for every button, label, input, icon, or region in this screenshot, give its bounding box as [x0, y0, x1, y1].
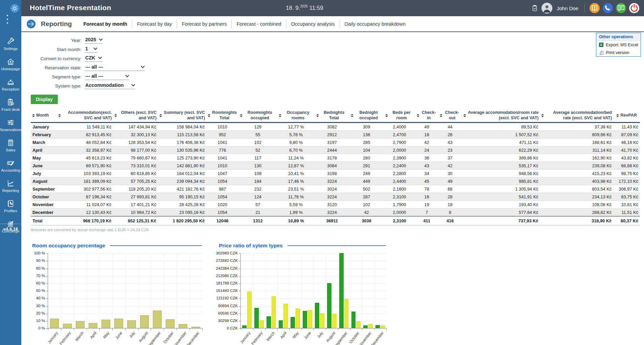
tasks-clipboard-icon[interactable] — [531, 4, 538, 12]
sidebar-item-reception[interactable]: Reception — [0, 74, 21, 95]
col-header-bednight-occupied[interactable]: Bednight occupied — [349, 109, 384, 123]
value-cell: 288,82 Kč — [540, 208, 613, 217]
col-header-accommodation-excl-svc-and-vat[interactable]: Accommodation(excl. SVC and VAT) — [57, 109, 113, 123]
select-start-month[interactable]: 1 — [85, 46, 97, 53]
bar-march — [76, 321, 84, 328]
tab-forecast-by-partners[interactable]: Forecast by partners — [177, 19, 231, 28]
total-cell: 968 170,19 Kč — [57, 216, 113, 225]
ops-item-export-ms-excel[interactable]: Export: MS Excel — [596, 41, 641, 49]
x-axis-labels: JanuaryFebruaryMarchAprilMayJuneJulyAugu… — [48, 328, 202, 345]
value-cell: 68 — [438, 185, 462, 193]
value-cell: 3082 — [315, 123, 349, 131]
select-reservation-state[interactable]: --- all --- — [85, 64, 145, 71]
sort-icon[interactable] — [351, 114, 353, 117]
tab-forecast-combined[interactable]: Forecast - combined — [231, 19, 286, 28]
sidebar-item-settings[interactable]: Settings — [0, 34, 21, 54]
col-header-bednights-total[interactable]: Bednights Total — [315, 109, 349, 123]
display-button[interactable]: Display — [31, 95, 58, 104]
sort-icon[interactable] — [240, 114, 243, 117]
col-header-occupancy-rooms[interactable]: Occupancy rooms — [277, 109, 315, 123]
value-cell: 2,4000 — [384, 123, 415, 131]
chat-button[interactable] — [616, 3, 626, 13]
sidebar-item-reporting[interactable]: Reporting — [0, 176, 21, 196]
knowledge-book-button[interactable] — [590, 3, 600, 13]
sort-icon[interactable] — [208, 114, 210, 117]
col-header-roomnights-total[interactable]: Roomnights Total — [206, 109, 238, 123]
y-tick-label: 0 CZK — [227, 326, 238, 330]
col-header-revpar[interactable]: RevPAR — [613, 109, 640, 123]
month-cell: December — [31, 208, 57, 217]
other-operations-title: Other operations — [596, 33, 641, 41]
bar-october-accommodation — [351, 312, 356, 328]
y-tick-label: 121192 CZK — [216, 296, 238, 300]
bar-may-accommodation — [291, 317, 295, 328]
ops-item-print-version[interactable]: Print version — [596, 49, 641, 56]
sort-icon[interactable] — [385, 114, 388, 117]
value-cell: 1,99 % — [277, 208, 315, 217]
y-tick-label: 60 % — [36, 281, 45, 285]
value-cell: 1010 — [206, 162, 238, 170]
menu-dots-icon[interactable] — [7, 15, 8, 24]
x-tick-label: November — [358, 331, 372, 345]
sort-icon[interactable] — [417, 114, 419, 117]
sidebar-item-accounting[interactable]: Accounting — [0, 155, 21, 176]
tab-daily-occupancy-breakdown[interactable]: Daily occupancy breakdown — [340, 19, 411, 28]
col-header-roomnights-occupied[interactable]: Roomnights occupied — [238, 109, 277, 123]
sort-icon[interactable] — [541, 114, 544, 117]
version-label: v4.6.16 — [0, 224, 21, 231]
sort-icon[interactable] — [463, 114, 466, 117]
col-header-summary-excl-svc-and-vat[interactable]: Summary (excl. SVC and VAT) — [158, 109, 206, 123]
select-system-type[interactable]: Accommodation — [85, 82, 135, 89]
bar-november-accommodation — [363, 325, 368, 328]
logout-power-button[interactable] — [629, 3, 639, 13]
sidebar-item-profiles[interactable]: Profiles — [0, 196, 21, 216]
x-tick-label: October — [348, 331, 360, 344]
phone-button[interactable] — [603, 3, 613, 13]
x-tick-label: July — [316, 331, 324, 339]
tab-occupancy-analysis[interactable]: Occupancy analysis — [286, 19, 340, 28]
bar-june-accommodation — [303, 311, 307, 328]
value-cell: 28 425,28 Kč — [158, 201, 206, 208]
col-header-check-out[interactable]: Check-out — [438, 109, 462, 123]
col-header-beds-per-room[interactable]: Beds per room — [384, 109, 415, 123]
select-segment-type[interactable]: --- all --- — [85, 73, 129, 80]
sort-icon[interactable] — [616, 114, 619, 117]
sort-icon[interactable] — [58, 114, 61, 117]
x-tick-label: August — [138, 331, 149, 343]
tab-forecast-by-month[interactable]: Forecast by month — [79, 19, 132, 28]
sort-icon[interactable] — [279, 114, 281, 117]
bar-june — [114, 319, 123, 328]
col-header-average-accommodation-room-rate-excl-svc[interactable]: Average accommodation/room rate (excl. S… — [462, 109, 540, 123]
filter-label: Reservation state: — [31, 65, 82, 70]
sort-icon[interactable] — [159, 114, 162, 117]
value-cell: 1054 — [206, 208, 238, 217]
sort-icon[interactable] — [440, 114, 442, 117]
select-year[interactable]: 2025 — [85, 37, 103, 44]
select-convert-to-currency[interactable]: CZK — [85, 55, 102, 62]
settings-gear-button[interactable] — [10, 4, 19, 13]
date-year-text: 2025 — [300, 4, 308, 8]
sort-icon[interactable] — [114, 114, 117, 117]
accounting-icon — [6, 159, 15, 167]
col-header-average-accommodation-bed-rate-excl-svc-[interactable]: Average accommodation/bed rate (excl. SV… — [540, 109, 613, 123]
back-arrow-button[interactable] — [27, 20, 36, 28]
value-cell: 32 358,97 Kč — [57, 146, 113, 154]
value-cell: 52 — [238, 146, 277, 154]
sidebar-item-reservations[interactable]: Reservations — [0, 115, 21, 135]
sidebar-item-homepage[interactable]: Homepage — [0, 54, 21, 74]
y-tick-label: 40 % — [36, 296, 45, 300]
value-cell: 306,97 Kč — [613, 185, 640, 193]
ops-item-label: Export: MS Excel — [606, 43, 638, 47]
col-header-check-in[interactable]: Check-in — [415, 109, 438, 123]
value-cell: 57 705,25 Kč — [113, 177, 158, 185]
value-cell: 9,80 % — [277, 139, 315, 146]
sidebar-item-sales[interactable]: Sales — [0, 135, 21, 155]
sidebar-item-front-desk[interactable]: Front desk — [0, 95, 21, 115]
sort-icon[interactable] — [32, 114, 35, 117]
col-header-month[interactable]: Month — [31, 109, 57, 123]
tab-forecast-by-day[interactable]: Forecast by day — [132, 19, 177, 28]
col-header-others-excl-svc-and-vat[interactable]: Others (excl. SVC and VAT) — [113, 109, 158, 123]
content-area: Reporting Forecast by monthForecast by d… — [21, 16, 644, 345]
avatar[interactable] — [542, 3, 552, 14]
sort-icon[interactable] — [316, 114, 319, 117]
